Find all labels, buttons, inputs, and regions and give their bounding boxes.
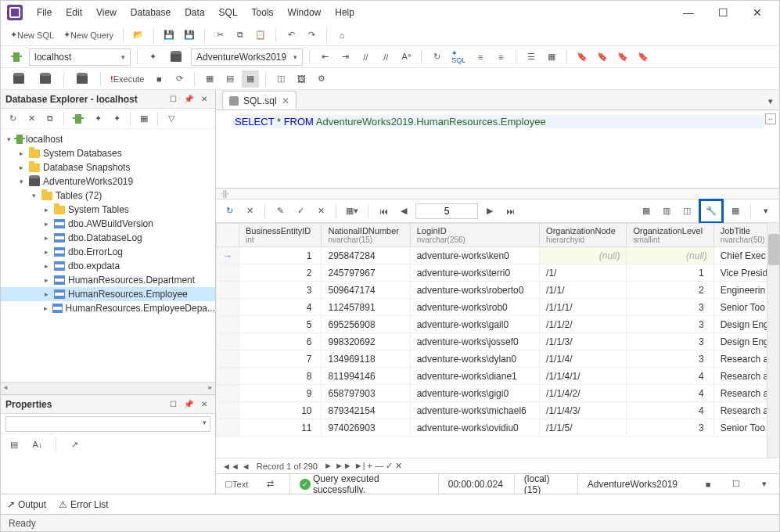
tree-table-item[interactable]: ▸System Tables (1, 203, 215, 217)
column-header[interactable]: OrganizationNodehierarchyid (540, 224, 627, 247)
properties-float-button[interactable]: ☐ (167, 398, 179, 411)
bookmark-prev-button[interactable]: 🔖 (614, 49, 631, 66)
page-prev-button[interactable]: ◀ (395, 203, 412, 220)
tab-overflow-button[interactable]: ▾ (762, 92, 779, 110)
execute-button[interactable]: ! Execute (107, 70, 147, 88)
cut-button[interactable]: ✂ (211, 27, 228, 44)
menu-file[interactable]: File (31, 4, 58, 21)
db-icon[interactable] (164, 49, 188, 66)
server-icon[interactable] (7, 49, 26, 66)
data-icon[interactable] (70, 70, 94, 88)
table-row[interactable]: 3509647174adventure-works\roberto0/1/1/2… (217, 282, 779, 299)
refresh-button[interactable]: ↻ (428, 49, 445, 66)
table-row[interactable]: 2245797967adventure-works\terri0/1/1Vice… (217, 264, 779, 282)
tree-database[interactable]: ▾AdventureWorks2019 (1, 174, 215, 189)
align-r-button[interactable]: ≡ (492, 49, 509, 66)
image-button[interactable]: 🖼 (293, 70, 310, 88)
menu-edit[interactable]: Edit (59, 4, 88, 21)
tree-sysdb[interactable]: ▸System Databases (1, 146, 215, 160)
open-button[interactable]: 📂 (130, 27, 147, 44)
menu-tools[interactable]: Tools (246, 4, 280, 21)
grid-rollback-button[interactable]: ✕ (312, 203, 329, 220)
minimize-button[interactable]: — (679, 6, 698, 19)
tree-snapshots[interactable]: ▸Database Snapshots (1, 160, 215, 174)
grid-vscroll[interactable] (767, 223, 779, 458)
align-l-button[interactable]: ≡ (472, 49, 489, 66)
explorer-pin-button[interactable]: 📌 (182, 93, 195, 106)
menu-help[interactable]: Help (329, 4, 361, 21)
comment-button[interactable]: // (357, 49, 374, 66)
indent-in-button[interactable]: ⇥ (336, 49, 354, 66)
bookmark-next-button[interactable]: 🔖 (594, 49, 611, 66)
database-combo[interactable]: AdventureWorks2019 (191, 49, 303, 66)
explorer-float-button[interactable]: ☐ (167, 93, 179, 106)
delete-tree-button[interactable]: ✕ (23, 110, 40, 128)
sql-editor[interactable]: SELECT * FROM AdventureWorks2019.HumanRe… (216, 110, 779, 189)
new-query-button[interactable]: ✦ New Query (60, 27, 117, 44)
page-input[interactable] (415, 203, 478, 219)
table-row[interactable]: 7134969118adventure-works\dylan0/1/1/4/3… (217, 350, 779, 368)
grid-more-button[interactable]: ▾ (757, 203, 775, 220)
column-header[interactable]: NationalIDNumbernvarchar(15) (322, 224, 410, 247)
paste-button[interactable]: 📋 (252, 27, 269, 44)
explain-button[interactable]: ⟳ (171, 70, 188, 88)
close-button[interactable]: ✕ (748, 6, 767, 19)
table-row[interactable]: 9658797903adventure-works\gigi0/1/1/4/2/… (217, 385, 779, 402)
grid-commit-button[interactable]: ✓ (292, 203, 309, 220)
grid-cancel-button[interactable]: ✕ (241, 203, 258, 220)
table-row[interactable]: 11974026903adventure-works\ovidiu0/1/1/5… (217, 419, 779, 437)
group-button[interactable]: ▦ (135, 110, 153, 128)
menu-sql[interactable]: SQL (213, 4, 244, 21)
editor-tab-close[interactable]: ✕ (282, 95, 289, 106)
table-row[interactable]: 8811994146adventure-works\diane1/1/1/4/1… (217, 368, 779, 385)
view-last-button[interactable]: ▦ (727, 203, 744, 220)
start-page-button[interactable]: ⌂ (333, 27, 350, 44)
page-first-button[interactable]: ⏮ (375, 203, 392, 220)
menu-view[interactable]: View (90, 4, 123, 21)
grid-mode-button[interactable]: ▦▾ (343, 203, 361, 220)
layout1-button[interactable]: ■ (699, 476, 717, 493)
text-view-button[interactable]: ▢ Text (222, 476, 250, 493)
query-builder-button[interactable]: 🔧 (703, 203, 720, 220)
bookmark-clear-button[interactable]: 🔖 (634, 49, 652, 66)
stop-button[interactable]: ■ (150, 70, 167, 88)
layout-more-button[interactable]: ▾ (756, 476, 773, 493)
tree-server[interactable]: ▾localhost (1, 132, 215, 146)
menu-database[interactable]: Database (124, 4, 177, 21)
explorer-hscroll[interactable] (1, 382, 215, 394)
tree-table-item[interactable]: ▸dbo.AWBuildVersion (1, 217, 215, 231)
table-row[interactable]: →1295847284adventure-works\ken0(null)(nu… (217, 247, 779, 264)
menu-window[interactable]: Window (282, 4, 328, 21)
schema2-icon[interactable] (34, 70, 57, 88)
results-grid-button[interactable]: ▦ (201, 70, 218, 88)
splitter-handle[interactable]: ·||· (216, 189, 779, 200)
column-header[interactable]: OrganizationLevelsmallint (627, 224, 714, 247)
refresh-tree-button[interactable]: ↻ (4, 110, 21, 128)
editor-tab[interactable]: SQL.sql ✕ (222, 91, 297, 110)
plan-button[interactable]: ◫ (272, 70, 289, 88)
results-grid[interactable]: BusinessEntityIDintNationalIDNumbernvarc… (216, 223, 779, 458)
database-tree[interactable]: ▾localhost ▸System Databases ▸Database S… (1, 129, 215, 382)
new-sql-button[interactable]: ✦ New SQL (7, 27, 57, 44)
table-row[interactable]: 5695256908adventure-works\gail0/1/1/2/3D… (217, 316, 779, 333)
tree-table-item[interactable]: ▸dbo.expdata (1, 259, 215, 273)
grid-opt-button[interactable]: ▦ (543, 49, 560, 66)
grid-refresh-button[interactable]: ↻ (221, 203, 238, 220)
schema-icon[interactable] (7, 70, 31, 88)
column-header[interactable]: BusinessEntityIDint (239, 224, 322, 247)
page-next-button[interactable]: ▶ (481, 203, 498, 220)
redo-button[interactable]: ↷ (303, 27, 320, 44)
view-grid-button[interactable]: ▦ (638, 203, 655, 220)
filter-reset-button[interactable]: ✦ (108, 110, 125, 128)
list-button[interactable]: ☰ (523, 49, 540, 66)
tree-tables-folder[interactable]: ▾Tables (72) (1, 189, 215, 203)
grid-edit-button[interactable]: ✎ (271, 203, 289, 220)
page-last-button[interactable]: ⏭ (501, 203, 519, 220)
layout2-button[interactable]: ☐ (728, 476, 745, 493)
undo-button[interactable]: ↶ (282, 27, 300, 44)
menu-data[interactable]: Data (178, 4, 210, 21)
tree-table-item[interactable]: ▸dbo.ErrorLog (1, 245, 215, 259)
table-row[interactable]: 6998320692adventure-works\jossef0/1/1/3/… (217, 333, 779, 350)
settings-icon[interactable]: ⚙ (313, 70, 330, 88)
tree-table-item[interactable]: ▸HumanResources.Employee (1, 287, 215, 301)
